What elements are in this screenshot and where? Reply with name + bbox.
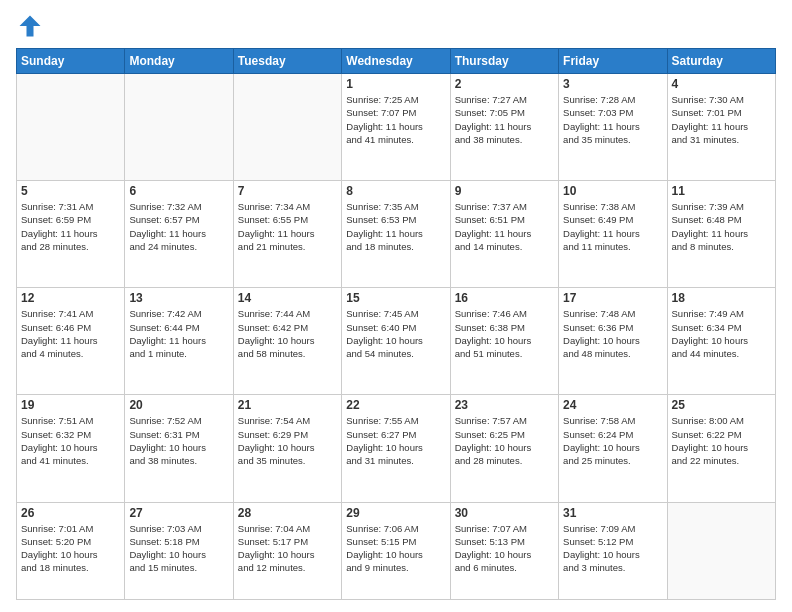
calendar-cell: 15Sunrise: 7:45 AM Sunset: 6:40 PM Dayli…	[342, 288, 450, 395]
logo	[16, 12, 48, 40]
calendar-cell: 24Sunrise: 7:58 AM Sunset: 6:24 PM Dayli…	[559, 395, 667, 502]
day-number: 3	[563, 77, 662, 91]
weekday-header-wednesday: Wednesday	[342, 49, 450, 74]
calendar-cell: 7Sunrise: 7:34 AM Sunset: 6:55 PM Daylig…	[233, 181, 341, 288]
day-number: 23	[455, 398, 554, 412]
week-row-4: 19Sunrise: 7:51 AM Sunset: 6:32 PM Dayli…	[17, 395, 776, 502]
day-info: Sunrise: 7:52 AM Sunset: 6:31 PM Dayligh…	[129, 414, 228, 467]
day-number: 6	[129, 184, 228, 198]
day-info: Sunrise: 7:38 AM Sunset: 6:49 PM Dayligh…	[563, 200, 662, 253]
day-info: Sunrise: 7:54 AM Sunset: 6:29 PM Dayligh…	[238, 414, 337, 467]
weekday-header-monday: Monday	[125, 49, 233, 74]
day-info: Sunrise: 7:45 AM Sunset: 6:40 PM Dayligh…	[346, 307, 445, 360]
calendar-cell: 29Sunrise: 7:06 AM Sunset: 5:15 PM Dayli…	[342, 502, 450, 599]
header	[16, 12, 776, 40]
day-number: 21	[238, 398, 337, 412]
day-number: 19	[21, 398, 120, 412]
calendar-cell: 2Sunrise: 7:27 AM Sunset: 7:05 PM Daylig…	[450, 74, 558, 181]
day-number: 13	[129, 291, 228, 305]
calendar-cell	[667, 502, 775, 599]
weekday-header-thursday: Thursday	[450, 49, 558, 74]
weekday-header-sunday: Sunday	[17, 49, 125, 74]
day-number: 11	[672, 184, 771, 198]
day-number: 29	[346, 506, 445, 520]
day-number: 17	[563, 291, 662, 305]
calendar-cell: 13Sunrise: 7:42 AM Sunset: 6:44 PM Dayli…	[125, 288, 233, 395]
calendar-cell: 22Sunrise: 7:55 AM Sunset: 6:27 PM Dayli…	[342, 395, 450, 502]
week-row-1: 1Sunrise: 7:25 AM Sunset: 7:07 PM Daylig…	[17, 74, 776, 181]
calendar-cell: 8Sunrise: 7:35 AM Sunset: 6:53 PM Daylig…	[342, 181, 450, 288]
calendar-cell: 31Sunrise: 7:09 AM Sunset: 5:12 PM Dayli…	[559, 502, 667, 599]
day-info: Sunrise: 7:39 AM Sunset: 6:48 PM Dayligh…	[672, 200, 771, 253]
calendar-cell: 12Sunrise: 7:41 AM Sunset: 6:46 PM Dayli…	[17, 288, 125, 395]
day-info: Sunrise: 7:07 AM Sunset: 5:13 PM Dayligh…	[455, 522, 554, 575]
calendar-cell: 9Sunrise: 7:37 AM Sunset: 6:51 PM Daylig…	[450, 181, 558, 288]
week-row-3: 12Sunrise: 7:41 AM Sunset: 6:46 PM Dayli…	[17, 288, 776, 395]
day-info: Sunrise: 7:30 AM Sunset: 7:01 PM Dayligh…	[672, 93, 771, 146]
day-info: Sunrise: 7:31 AM Sunset: 6:59 PM Dayligh…	[21, 200, 120, 253]
week-row-2: 5Sunrise: 7:31 AM Sunset: 6:59 PM Daylig…	[17, 181, 776, 288]
day-number: 14	[238, 291, 337, 305]
svg-marker-0	[20, 16, 41, 37]
day-info: Sunrise: 7:35 AM Sunset: 6:53 PM Dayligh…	[346, 200, 445, 253]
calendar-cell	[17, 74, 125, 181]
day-info: Sunrise: 7:42 AM Sunset: 6:44 PM Dayligh…	[129, 307, 228, 360]
day-number: 12	[21, 291, 120, 305]
day-info: Sunrise: 7:09 AM Sunset: 5:12 PM Dayligh…	[563, 522, 662, 575]
day-number: 10	[563, 184, 662, 198]
day-info: Sunrise: 8:00 AM Sunset: 6:22 PM Dayligh…	[672, 414, 771, 467]
weekday-header-friday: Friday	[559, 49, 667, 74]
week-row-5: 26Sunrise: 7:01 AM Sunset: 5:20 PM Dayli…	[17, 502, 776, 599]
day-number: 22	[346, 398, 445, 412]
calendar-table: SundayMondayTuesdayWednesdayThursdayFrid…	[16, 48, 776, 600]
day-number: 16	[455, 291, 554, 305]
calendar-cell: 3Sunrise: 7:28 AM Sunset: 7:03 PM Daylig…	[559, 74, 667, 181]
calendar-cell: 20Sunrise: 7:52 AM Sunset: 6:31 PM Dayli…	[125, 395, 233, 502]
calendar-cell: 4Sunrise: 7:30 AM Sunset: 7:01 PM Daylig…	[667, 74, 775, 181]
calendar-cell: 26Sunrise: 7:01 AM Sunset: 5:20 PM Dayli…	[17, 502, 125, 599]
calendar-cell: 25Sunrise: 8:00 AM Sunset: 6:22 PM Dayli…	[667, 395, 775, 502]
weekday-header-row: SundayMondayTuesdayWednesdayThursdayFrid…	[17, 49, 776, 74]
day-info: Sunrise: 7:28 AM Sunset: 7:03 PM Dayligh…	[563, 93, 662, 146]
day-number: 28	[238, 506, 337, 520]
day-info: Sunrise: 7:55 AM Sunset: 6:27 PM Dayligh…	[346, 414, 445, 467]
day-number: 31	[563, 506, 662, 520]
day-number: 18	[672, 291, 771, 305]
logo-icon	[16, 12, 44, 40]
day-info: Sunrise: 7:51 AM Sunset: 6:32 PM Dayligh…	[21, 414, 120, 467]
calendar-cell: 18Sunrise: 7:49 AM Sunset: 6:34 PM Dayli…	[667, 288, 775, 395]
day-number: 1	[346, 77, 445, 91]
day-number: 20	[129, 398, 228, 412]
day-info: Sunrise: 7:01 AM Sunset: 5:20 PM Dayligh…	[21, 522, 120, 575]
day-number: 30	[455, 506, 554, 520]
calendar-cell: 28Sunrise: 7:04 AM Sunset: 5:17 PM Dayli…	[233, 502, 341, 599]
calendar-cell: 16Sunrise: 7:46 AM Sunset: 6:38 PM Dayli…	[450, 288, 558, 395]
calendar-cell: 10Sunrise: 7:38 AM Sunset: 6:49 PM Dayli…	[559, 181, 667, 288]
calendar-cell: 30Sunrise: 7:07 AM Sunset: 5:13 PM Dayli…	[450, 502, 558, 599]
day-info: Sunrise: 7:04 AM Sunset: 5:17 PM Dayligh…	[238, 522, 337, 575]
day-info: Sunrise: 7:58 AM Sunset: 6:24 PM Dayligh…	[563, 414, 662, 467]
day-info: Sunrise: 7:03 AM Sunset: 5:18 PM Dayligh…	[129, 522, 228, 575]
day-info: Sunrise: 7:41 AM Sunset: 6:46 PM Dayligh…	[21, 307, 120, 360]
day-number: 15	[346, 291, 445, 305]
day-info: Sunrise: 7:34 AM Sunset: 6:55 PM Dayligh…	[238, 200, 337, 253]
day-number: 27	[129, 506, 228, 520]
calendar-cell	[233, 74, 341, 181]
day-info: Sunrise: 7:46 AM Sunset: 6:38 PM Dayligh…	[455, 307, 554, 360]
day-number: 5	[21, 184, 120, 198]
day-info: Sunrise: 7:48 AM Sunset: 6:36 PM Dayligh…	[563, 307, 662, 360]
weekday-header-saturday: Saturday	[667, 49, 775, 74]
calendar-cell: 11Sunrise: 7:39 AM Sunset: 6:48 PM Dayli…	[667, 181, 775, 288]
day-info: Sunrise: 7:44 AM Sunset: 6:42 PM Dayligh…	[238, 307, 337, 360]
page: SundayMondayTuesdayWednesdayThursdayFrid…	[0, 0, 792, 612]
day-info: Sunrise: 7:25 AM Sunset: 7:07 PM Dayligh…	[346, 93, 445, 146]
day-info: Sunrise: 7:57 AM Sunset: 6:25 PM Dayligh…	[455, 414, 554, 467]
calendar-cell: 23Sunrise: 7:57 AM Sunset: 6:25 PM Dayli…	[450, 395, 558, 502]
calendar-cell	[125, 74, 233, 181]
day-number: 26	[21, 506, 120, 520]
day-number: 7	[238, 184, 337, 198]
day-info: Sunrise: 7:37 AM Sunset: 6:51 PM Dayligh…	[455, 200, 554, 253]
day-info: Sunrise: 7:06 AM Sunset: 5:15 PM Dayligh…	[346, 522, 445, 575]
day-number: 9	[455, 184, 554, 198]
calendar-cell: 6Sunrise: 7:32 AM Sunset: 6:57 PM Daylig…	[125, 181, 233, 288]
